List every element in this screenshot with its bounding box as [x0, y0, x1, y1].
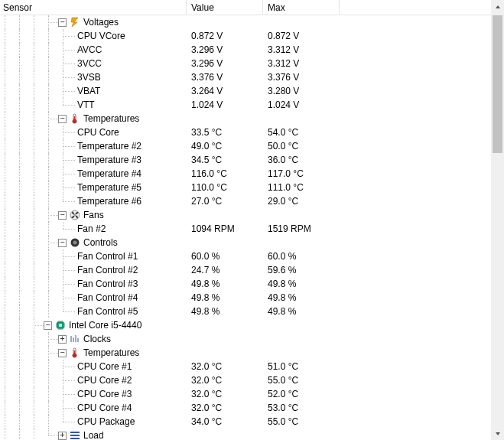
sensor-row[interactable]: CPU Package34.0 °C55.0 °C [0, 415, 490, 429]
sensor-value: 60.0 % [187, 251, 263, 262]
sensor-row[interactable]: Fan Control #224.7 %59.6 % [0, 263, 490, 277]
collapse-toggle[interactable] [58, 349, 67, 357]
sensor-tree[interactable]: VoltagesCPU VCore0.872 V0.872 VAVCC3.296… [0, 15, 490, 440]
sensor-value: 116.0 °C [187, 168, 263, 179]
sensor-max: 3.312 V [263, 58, 340, 69]
sensor-row[interactable]: Fan Control #349.8 %49.8 % [0, 277, 490, 291]
sensor-label: Fan Control #4 [77, 292, 138, 303]
sensor-row[interactable]: CPU VCore0.872 V0.872 V [0, 29, 490, 43]
sensor-row[interactable]: CPU Core #232.0 °C55.0 °C [0, 373, 490, 387]
sensor-row[interactable]: CPU Core #132.0 °C51.0 °C [0, 360, 490, 373]
header-max[interactable]: Max [263, 0, 340, 15]
sensor-row[interactable]: CPU Core33.5 °C54.0 °C [0, 125, 490, 139]
sensor-value: 0.872 V [187, 31, 263, 41]
sensor-max: 3.376 V [263, 72, 340, 83]
sensor-value: 32.0 °C [187, 403, 263, 413]
sensor-max: 117.0 °C [263, 168, 340, 179]
sensor-value: 49.8 % [187, 279, 263, 289]
sensor-max: 59.6 % [263, 265, 340, 275]
tree-group[interactable]: Fans [0, 208, 490, 222]
sensor-max: 111.0 °C [263, 182, 340, 193]
sensor-max: 1.024 V [263, 99, 340, 110]
vertical-scrollbar[interactable] [491, 0, 504, 440]
group-label: Voltages [83, 17, 119, 28]
sensor-label: VBAT [77, 86, 100, 96]
svg-point-6 [73, 241, 77, 245]
sensor-label: Fan Control #3 [77, 279, 138, 289]
scroll-down-button[interactable] [491, 427, 504, 440]
sensor-max: 54.0 °C [263, 127, 340, 138]
sensor-max: 3.312 V [263, 44, 340, 55]
tree-group[interactable]: Controls [0, 236, 490, 249]
cpu-icon [55, 320, 66, 331]
sensor-row[interactable]: VTT1.024 V1.024 V [0, 98, 490, 112]
column-header[interactable]: Sensor Value Max [0, 0, 504, 15]
sensor-max: 0.872 V [263, 31, 340, 41]
sensor-value: 110.0 °C [187, 182, 263, 193]
sensor-label: CPU VCore [77, 31, 125, 41]
collapse-toggle[interactable] [44, 321, 52, 330]
tree-group[interactable]: Intel Core i5-4440 [0, 318, 490, 332]
sensor-max: 55.0 °C [263, 375, 340, 386]
sensor-value: 49.8 % [187, 306, 263, 317]
collapse-toggle[interactable] [58, 239, 67, 247]
header-value[interactable]: Value [187, 0, 263, 15]
sensor-value: 3.296 V [187, 58, 263, 69]
scroll-up-button[interactable] [491, 0, 504, 13]
sensor-label: VTT [77, 99, 95, 110]
sensor-row[interactable]: Temperature #334.5 °C36.0 °C [0, 153, 490, 167]
sensor-row[interactable]: Temperature #627.0 °C29.0 °C [0, 194, 490, 208]
sensor-row[interactable]: Temperature #4116.0 °C117.0 °C [0, 167, 490, 181]
tree-group[interactable]: Temperatures [0, 346, 490, 360]
thermometer-icon [70, 347, 80, 358]
sensor-row[interactable]: Temperature #249.0 °C50.0 °C [0, 139, 490, 153]
sensor-row[interactable]: 3VCC3.296 V3.312 V [0, 57, 490, 70]
svg-rect-8 [59, 324, 62, 327]
sensor-value: 34.5 °C [187, 155, 263, 165]
sensor-row[interactable]: Temperature #5110.0 °C111.0 °C [0, 181, 490, 194]
tree-group[interactable]: Voltages [0, 15, 490, 29]
collapse-toggle[interactable] [58, 18, 67, 27]
sensor-row[interactable]: Fan #21094 RPM1519 RPM [0, 222, 490, 236]
svg-rect-29 [70, 435, 80, 436]
group-label: Intel Core i5-4440 [69, 320, 141, 331]
sensor-value: 3.296 V [187, 44, 263, 55]
sensor-label: CPU Package [77, 416, 135, 427]
sensor-label: Fan Control #1 [77, 251, 138, 262]
sensor-value: 32.0 °C [187, 375, 263, 386]
sensor-value: 49.8 % [187, 292, 263, 303]
svg-point-4 [74, 214, 76, 217]
collapse-toggle[interactable] [58, 211, 67, 220]
sensor-row[interactable]: CPU Core #332.0 °C52.0 °C [0, 387, 490, 401]
tree-group[interactable]: Clocks [0, 332, 490, 346]
sensor-max: 52.0 °C [263, 389, 340, 399]
sensor-row[interactable]: Fan Control #549.8 %49.8 % [0, 305, 490, 318]
sensor-row[interactable]: 3VSB3.376 V3.376 V [0, 70, 490, 84]
sensor-value: 3.264 V [187, 86, 263, 96]
group-label: Clocks [83, 334, 111, 344]
svg-point-27 [73, 354, 76, 357]
tree-group[interactable]: Temperatures [0, 112, 490, 125]
sensor-label: CPU Core #1 [77, 361, 132, 372]
scroll-thumb[interactable] [493, 15, 502, 153]
sensor-label: CPU Core #3 [77, 389, 132, 399]
expand-toggle[interactable] [58, 335, 67, 344]
group-label: Load [83, 430, 104, 440]
group-label: Temperatures [83, 347, 139, 358]
sensor-label: CPU Core #4 [77, 403, 132, 413]
sensor-row[interactable]: CPU Core #432.0 °C53.0 °C [0, 401, 490, 415]
thermometer-icon [70, 113, 80, 124]
collapse-toggle[interactable] [58, 115, 67, 123]
tree-group[interactable]: Load [0, 429, 490, 440]
expand-toggle[interactable] [58, 432, 67, 440]
sensor-value: 49.0 °C [187, 141, 263, 152]
clock-icon [70, 334, 80, 344]
header-sensor[interactable]: Sensor [0, 0, 187, 15]
sensor-row[interactable]: VBAT3.264 V3.280 V [0, 84, 490, 98]
bolt-icon [70, 17, 80, 28]
sensor-max: 51.0 °C [263, 361, 340, 372]
sensor-row[interactable]: AVCC3.296 V3.312 V [0, 43, 490, 57]
sensor-row[interactable]: Fan Control #449.8 %49.8 % [0, 291, 490, 305]
sensor-label: Fan Control #5 [77, 306, 138, 317]
sensor-row[interactable]: Fan Control #160.0 %60.0 % [0, 249, 490, 263]
